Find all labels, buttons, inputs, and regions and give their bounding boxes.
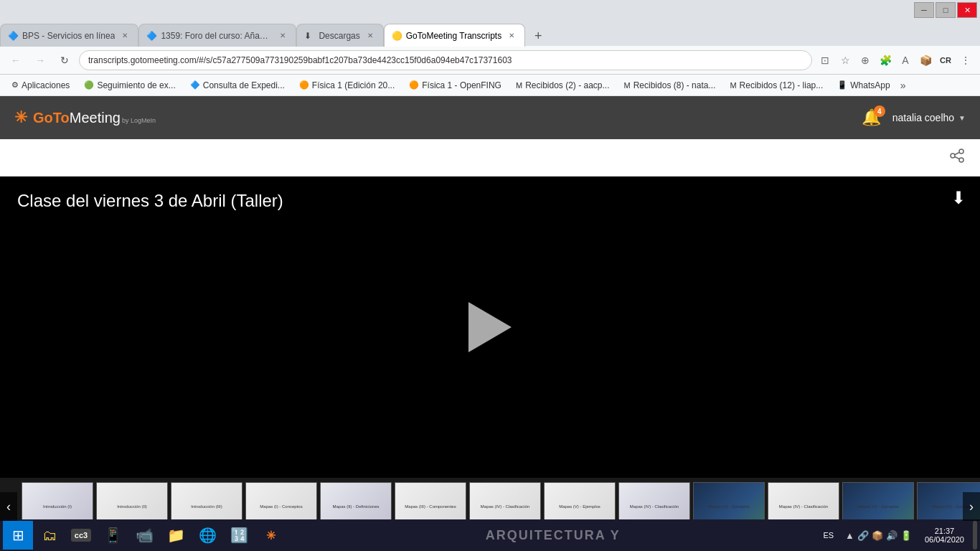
acrobat-icon[interactable]: A xyxy=(897,52,914,69)
network-icon[interactable]: 🔗 xyxy=(857,530,869,541)
tab-close-button[interactable]: ✕ xyxy=(364,30,376,42)
show-desktop-button[interactable] xyxy=(973,521,977,550)
address-bar: ← → ↻ ⊡ ☆ ⊕ 🧩 A 📦 CR ⋮ xyxy=(0,46,980,75)
tab-close-button[interactable]: ✕ xyxy=(277,30,288,42)
menu-button[interactable]: ⋮ xyxy=(957,52,974,69)
folder-icon: 📁 xyxy=(167,527,185,544)
taskbar-file-manager[interactable]: 🗂 xyxy=(34,521,65,550)
dropbox-icon[interactable]: 📦 xyxy=(917,52,934,69)
tab-label: 1359: Foro del curso: Añadir un n... xyxy=(161,31,273,41)
bookmark-label: Recibidos (12) - liap... xyxy=(740,80,824,90)
bookmark-favicon: 🟠 xyxy=(409,80,419,90)
bookmark-favicon: M xyxy=(730,81,736,90)
bookmark-label: Física 1 - OpenFING xyxy=(422,80,501,90)
reader-mode-icon[interactable]: ⊡ xyxy=(816,52,834,69)
tab-label: GoToMeeting Transcripts xyxy=(406,31,501,41)
taskbar-right: ES ▲ 🔗 📦 🔊 🔋 21:37 06/04/2020 xyxy=(820,521,980,550)
browser-tab-tab4[interactable]: 🟡 GoToMeeting Transcripts ✕ xyxy=(384,24,525,47)
bookmark-item[interactable]: 📱WhatsApp xyxy=(831,78,895,93)
svg-point-1 xyxy=(951,154,955,158)
bookmark-favicon: 🟠 xyxy=(299,80,309,90)
tray-expand-icon[interactable]: ▲ xyxy=(845,530,854,541)
browser-tab-tab3[interactable]: ⬇ Descargas ✕ xyxy=(296,24,383,47)
thumbnails-next-button[interactable]: › xyxy=(963,492,980,521)
address-input[interactable] xyxy=(79,50,812,70)
bookmark-favicon: 📱 xyxy=(837,80,847,90)
user-menu-button[interactable]: natalia coelho ▼ xyxy=(892,112,966,123)
browser-tab-tab1[interactable]: 🔷 BPS - Servicios en línea ✕ xyxy=(0,24,138,47)
taskbar-folder[interactable]: 📁 xyxy=(161,521,191,550)
taskbar-chrome[interactable]: 🌐 xyxy=(192,521,222,550)
reload-button[interactable]: ↻ xyxy=(55,50,75,70)
start-button[interactable]: ⊞ xyxy=(3,521,33,550)
maximize-button[interactable]: □ xyxy=(936,2,956,18)
volume-icon[interactable]: 🔊 xyxy=(886,530,897,541)
bookmark-item[interactable]: 🟠Física 1 - OpenFING xyxy=(403,78,507,93)
bookmark-item[interactable]: MRecibidos (12) - liap... xyxy=(724,78,829,93)
bookmark-item[interactable]: 🟠Física 1 (Edición 20... xyxy=(293,78,400,93)
minimize-button[interactable]: ─ xyxy=(914,2,934,18)
taskbar-whatsapp[interactable]: 📱 xyxy=(98,521,128,550)
notifications-button[interactable]: 🔔 4 xyxy=(862,108,881,127)
taskbar-banner-text: ARQUITECTURA Y xyxy=(486,528,621,543)
bookmark-icon[interactable]: ☆ xyxy=(837,52,854,69)
tab-favicon: 🔷 xyxy=(8,31,18,41)
gtm-header-right: 🔔 4 natalia coelho ▼ xyxy=(862,108,966,127)
share-button[interactable] xyxy=(948,149,966,166)
thumbnails-prev-button[interactable]: ‹ xyxy=(0,492,17,521)
bookmark-label: Recibidos (2) - aacp... xyxy=(525,80,609,90)
system-tray: ▲ 🔗 📦 🔊 🔋 xyxy=(839,521,918,550)
tab-close-button[interactable]: ✕ xyxy=(506,30,517,42)
taskbar-gotomeeting-app[interactable]: ✳ xyxy=(255,521,286,550)
gtm-logo-icon: ✳ xyxy=(14,108,27,127)
dropbox-tray-icon[interactable]: 📦 xyxy=(872,530,883,541)
tab-bar: 🔷 BPS - Servicios en línea ✕ 🔷 1359: For… xyxy=(0,20,980,46)
current-time: 21:37 xyxy=(935,527,955,535)
bookmark-favicon: M xyxy=(516,81,522,90)
time-display[interactable]: 21:37 06/04/2020 xyxy=(920,521,969,550)
play-icon xyxy=(468,302,512,352)
browser-tab-tab2[interactable]: 🔷 1359: Foro del curso: Añadir un n... ✕ xyxy=(138,24,296,47)
logmein-text: by LogMeIn xyxy=(122,117,156,124)
share-bar xyxy=(0,139,980,176)
bookmark-item[interactable]: MRecibidos (8) - nata... xyxy=(618,78,722,93)
windows-icon: ⊞ xyxy=(12,527,24,544)
download-button[interactable]: ⬇ xyxy=(951,188,966,208)
bookmark-item[interactable]: ⚙Aplicaciones xyxy=(6,78,75,93)
close-button[interactable]: ✕ xyxy=(957,2,977,18)
window-controls[interactable]: ─ □ ✕ xyxy=(914,2,977,18)
cc3-icon: cc3 xyxy=(71,529,91,542)
taskbar-cc3[interactable]: cc3 xyxy=(66,521,96,550)
play-button[interactable] xyxy=(465,302,515,352)
new-tab-button[interactable]: + xyxy=(528,26,548,46)
cr-icon[interactable]: CR xyxy=(937,52,954,69)
gtm-header: ✳ GoTo Meeting by LogMeIn 🔔 4 natalia co… xyxy=(0,96,980,139)
svg-line-3 xyxy=(955,153,959,155)
bookmark-label: WhatsApp xyxy=(850,80,890,90)
battery-icon[interactable]: 🔋 xyxy=(900,530,912,541)
bookmark-favicon: ⚙ xyxy=(11,80,19,90)
tab-close-button[interactable]: ✕ xyxy=(119,30,131,42)
bookmark-favicon: 🟢 xyxy=(84,80,94,90)
forward-button[interactable]: → xyxy=(30,50,50,70)
taskbar-calculator[interactable]: 🔢 xyxy=(224,521,254,550)
tab-favicon: ⬇ xyxy=(304,31,314,41)
bookmark-favicon: 🔷 xyxy=(190,80,200,90)
svg-point-2 xyxy=(959,158,963,162)
tab-label: BPS - Servicios en línea xyxy=(22,31,115,41)
address-actions: ⊡ ☆ ⊕ 🧩 A 📦 CR ⋮ xyxy=(816,52,974,69)
zoom-icon[interactable]: ⊕ xyxy=(857,52,874,69)
puzzle-icon[interactable]: 🧩 xyxy=(877,52,894,69)
goto-text: GoTo xyxy=(33,110,70,126)
gtm-taskbar-icon: ✳ xyxy=(266,529,275,542)
taskbar-zoom[interactable]: 📹 xyxy=(129,521,159,550)
bookmark-item[interactable]: 🔷Consulta de Expedi... xyxy=(184,78,291,93)
bookmark-favicon: M xyxy=(624,81,631,90)
bookmarks-bar: ⚙Aplicaciones🟢Seguimiento de ex...🔷Consu… xyxy=(0,75,980,96)
back-button[interactable]: ← xyxy=(6,50,26,70)
language-indicator: ES xyxy=(820,531,837,540)
chrome-icon: 🌐 xyxy=(199,527,217,544)
bookmark-item[interactable]: MRecibidos (2) - aacp... xyxy=(510,78,616,93)
bookmark-item[interactable]: 🟢Seguimiento de ex... xyxy=(78,78,181,93)
bookmarks-more-button[interactable]: » xyxy=(900,80,906,91)
